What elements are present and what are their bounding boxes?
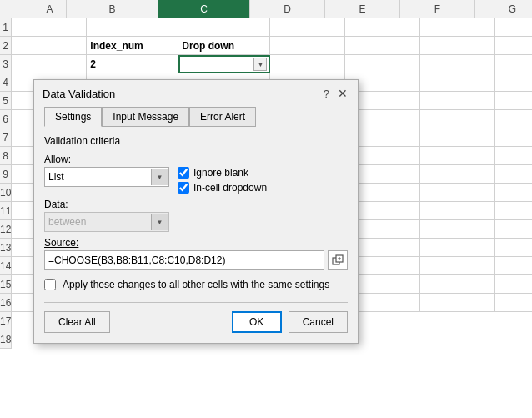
col-header-a: A — [33, 0, 67, 18]
row-header-2: 2 — [0, 37, 12, 55]
row-header-1: 1 — [0, 18, 12, 37]
row-header-3: 3 — [0, 55, 12, 73]
cell-g3[interactable] — [495, 55, 532, 73]
dialog-title: Data Validation — [43, 88, 115, 100]
tab-settings[interactable]: Settings — [44, 107, 102, 127]
col-header-c: C — [158, 0, 250, 18]
cell-g2[interactable] — [495, 37, 532, 55]
in-cell-dropdown-checkbox[interactable] — [178, 182, 189, 194]
col-header-g: G — [475, 0, 532, 18]
data-row: Data: between ▼ — [44, 199, 348, 232]
source-label: Source: — [44, 237, 348, 249]
help-button[interactable]: ? — [324, 88, 329, 100]
cell-f3[interactable] — [420, 55, 495, 73]
ok-button[interactable]: OK — [232, 311, 282, 333]
cell-e2[interactable] — [345, 37, 420, 55]
cell-a1[interactable] — [12, 18, 87, 37]
cell-e1[interactable] — [345, 18, 420, 37]
right-buttons: OK Cancel — [232, 311, 348, 333]
row-header-8: 8 — [0, 147, 12, 165]
tab-bar: Settings Input Message Error Alert — [44, 107, 348, 127]
clear-all-button[interactable]: Clear All — [44, 311, 110, 333]
cancel-button[interactable]: Cancel — [289, 311, 348, 333]
row-header-6: 6 — [0, 110, 12, 128]
in-cell-dropdown-label[interactable]: In-cell dropdown — [178, 182, 267, 194]
cell-a3[interactable] — [12, 55, 87, 73]
source-range-button[interactable] — [328, 250, 348, 270]
apply-checkbox[interactable] — [44, 279, 56, 290]
source-input-wrapper — [44, 250, 348, 270]
row-header-16: 16 — [0, 294, 12, 312]
cell-a2[interactable] — [12, 37, 87, 55]
allow-select-wrapper: List ▼ — [44, 167, 169, 187]
row-header-11: 11 — [0, 202, 12, 220]
source-row: Source: — [44, 237, 348, 270]
table-row: index_num Drop down — [12, 37, 532, 55]
allow-select[interactable]: List — [44, 167, 169, 187]
button-row: Clear All OK Cancel — [44, 311, 348, 333]
row-header-15: 15 — [0, 275, 12, 294]
cell-c3[interactable]: ▼ — [178, 55, 270, 73]
cell-d2[interactable] — [270, 37, 345, 55]
dialog-divider — [44, 302, 348, 303]
cell-d1[interactable] — [270, 18, 345, 37]
col-header-f: F — [400, 0, 475, 18]
cell-b2[interactable]: index_num — [87, 37, 178, 55]
cell-f2[interactable] — [420, 37, 495, 55]
range-selector-icon — [332, 254, 344, 266]
apply-label: Apply these changes to all other cells w… — [63, 279, 329, 290]
allow-label: Allow: — [44, 154, 348, 165]
col-header-b: B — [67, 0, 158, 18]
cell-b1[interactable] — [87, 18, 178, 37]
cell-d3[interactable] — [270, 55, 345, 73]
dialog-controls: ? ✕ — [324, 87, 349, 100]
table-row: 2 ▼ — [12, 55, 532, 73]
data-validation-dialog: Data Validation ? ✕ Settings Input Messa… — [33, 79, 359, 344]
data-label: Data: — [44, 199, 348, 210]
cell-b3[interactable]: 2 — [87, 55, 178, 73]
allow-row: List ▼ Ignore blank In-cell dropdown — [44, 167, 348, 194]
section-title: Validation criteria — [44, 135, 348, 147]
close-button[interactable]: ✕ — [336, 87, 349, 100]
dialog-body: Settings Input Message Error Alert Valid… — [34, 107, 358, 343]
col-headers: A B C D E F G — [0, 0, 532, 18]
col-header-e: E — [325, 0, 400, 18]
row-header-18: 18 — [0, 330, 12, 349]
data-select-wrapper: between ▼ — [44, 212, 169, 232]
cell-c1[interactable] — [178, 18, 270, 37]
table-row — [12, 18, 532, 37]
row-header-5: 5 — [0, 92, 12, 110]
row-header-17: 17 — [0, 312, 12, 330]
source-input[interactable] — [44, 250, 324, 270]
cell-e3[interactable] — [345, 55, 420, 73]
tab-error-alert[interactable]: Error Alert — [189, 107, 256, 127]
row-header-7: 7 — [0, 128, 12, 147]
tab-input-message[interactable]: Input Message — [102, 107, 189, 127]
row-header-10: 10 — [0, 184, 12, 202]
cell-g1[interactable] — [495, 18, 532, 37]
data-select: between — [44, 212, 169, 232]
dialog-titlebar: Data Validation ? ✕ — [34, 80, 358, 105]
ignore-blank-label[interactable]: Ignore blank — [178, 167, 267, 179]
dropdown-arrow-icon[interactable]: ▼ — [253, 58, 267, 71]
row-header-14: 14 — [0, 257, 12, 275]
corner-cell — [0, 0, 33, 18]
row-header-9: 9 — [0, 165, 12, 184]
row-headers: 1 2 3 4 5 6 7 8 9 10 11 12 13 14 15 16 1… — [0, 18, 12, 349]
row-header-4: 4 — [0, 73, 12, 92]
cell-c2[interactable]: Drop down — [178, 37, 270, 55]
ignore-blank-checkbox[interactable] — [178, 167, 189, 179]
row-header-13: 13 — [0, 239, 12, 257]
row-header-12: 12 — [0, 220, 12, 239]
cell-f1[interactable] — [420, 18, 495, 37]
checkbox-group: Ignore blank In-cell dropdown — [178, 167, 267, 194]
col-header-d: D — [250, 0, 325, 18]
apply-row: Apply these changes to all other cells w… — [44, 279, 348, 290]
